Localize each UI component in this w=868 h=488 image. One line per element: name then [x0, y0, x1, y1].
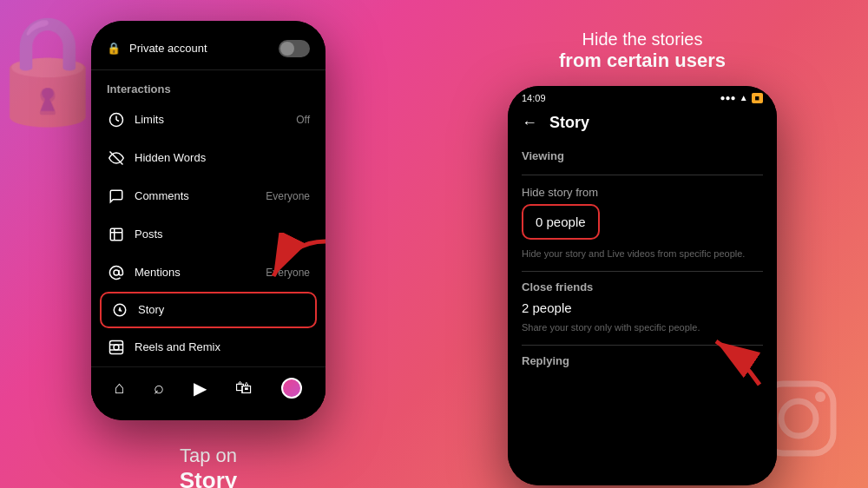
hide-divider: [522, 271, 763, 272]
signal-icon: ●●●: [720, 93, 736, 102]
svg-rect-7: [110, 228, 122, 241]
comments-left: Comments: [107, 187, 189, 206]
story-label: Story: [138, 303, 164, 316]
story-page-title: Story: [549, 114, 589, 132]
battery-icon: ■: [752, 93, 763, 103]
hidden-words-icon: [107, 148, 126, 168]
status-bar: 14:09 ●●● ▲ ■: [508, 86, 777, 107]
svg-point-14: [119, 309, 121, 311]
private-account-row: 🔒 Private account: [91, 31, 326, 66]
left-phone: 🔒 Private account Interactions: [91, 21, 326, 420]
comments-icon: [107, 187, 126, 206]
reels-label: Reels and Remix: [135, 340, 220, 353]
right-caption-line1: Hide the stories: [559, 30, 726, 49]
mentions-label: Mentions: [135, 266, 181, 279]
menu-row-reels[interactable]: Reels and Remix: [91, 328, 326, 366]
menu-row-hidden-words[interactable]: Hidden Words: [91, 139, 326, 177]
nav-shop-icon[interactable]: 🛍: [235, 378, 253, 398]
close-people-count[interactable]: 2 people: [522, 297, 763, 319]
interactions-section-title: Interactions: [91, 74, 326, 101]
reels-icon: [107, 338, 126, 357]
left-caption-line2: Story: [180, 467, 237, 489]
svg-point-16: [114, 345, 119, 350]
hidden-words-label: Hidden Words: [135, 151, 206, 164]
viewing-divider: [522, 175, 763, 175]
svg-point-10: [114, 270, 119, 275]
limits-value: Off: [296, 114, 310, 126]
posts-label: Posts: [135, 228, 163, 241]
story-page-header: ← Story: [508, 107, 777, 142]
arrow-right: [690, 324, 768, 397]
private-account-toggle[interactable]: [279, 40, 310, 57]
right-phone: 14:09 ●●● ▲ ■ ← Story Viewing Hide story…: [508, 86, 777, 485]
reels-left: Reels and Remix: [107, 338, 220, 357]
right-caption: Hide the stories from certain users: [559, 30, 726, 72]
menu-row-comments[interactable]: Comments Everyone: [91, 177, 326, 215]
hide-story-from-label: Hide story from: [522, 179, 763, 204]
status-time: 14:09: [522, 93, 546, 103]
story-settings-content: Viewing Hide story from 0 people Hide yo…: [508, 142, 777, 485]
limits-left: Limits: [107, 110, 164, 129]
private-account-left: 🔒 Private account: [107, 42, 207, 55]
menu-row-story[interactable]: Story: [102, 293, 315, 326]
limits-icon: [107, 110, 126, 129]
mentions-left: Mentions: [107, 263, 181, 282]
mentions-icon: [107, 263, 126, 282]
svg-line-5: [116, 120, 119, 122]
hide-people-container: 0 people: [522, 204, 763, 245]
hidden-words-left: Hidden Words: [107, 148, 206, 168]
nav-reels-icon[interactable]: ▶: [194, 378, 207, 399]
posts-icon: [107, 225, 126, 244]
menu-row-limits[interactable]: Limits Off: [91, 101, 326, 139]
close-friends-label: Close friends: [522, 275, 763, 297]
comments-value: Everyone: [266, 190, 310, 202]
svg-point-1: [781, 401, 816, 436]
left-caption-line1: Tap on: [180, 445, 237, 467]
right-caption-line2: from certain users: [559, 49, 726, 72]
viewing-label: Viewing: [522, 142, 763, 171]
bottom-nav: ⌂ ⌕ ▶ 🛍: [91, 366, 326, 409]
svg-point-2: [815, 392, 825, 402]
posts-left: Posts: [107, 225, 163, 244]
private-account-label: Private account: [129, 42, 207, 55]
svg-rect-15: [110, 340, 123, 353]
status-icons: ●●● ▲ ■: [720, 93, 763, 103]
hide-story-hint: Hide your story and Live videos from spe…: [522, 245, 763, 267]
wifi-icon: ▲: [740, 93, 748, 102]
hide-people-count: 0 people: [536, 214, 586, 229]
right-section: Hide the stories from certain users 14:0…: [508, 30, 777, 485]
arrow-left: [256, 233, 334, 297]
left-phone-screen: 🔒 Private account Interactions: [91, 21, 326, 420]
story-icon: [110, 300, 129, 320]
nav-home-icon[interactable]: ⌂: [115, 378, 125, 398]
story-left: Story: [110, 300, 164, 320]
divider-top: [91, 69, 326, 70]
nav-search-icon[interactable]: ⌕: [154, 378, 164, 398]
nav-profile-icon[interactable]: [281, 378, 302, 399]
limits-label: Limits: [135, 113, 164, 126]
right-phone-screen: 14:09 ●●● ▲ ■ ← Story Viewing Hide story…: [508, 86, 777, 485]
back-icon[interactable]: ←: [522, 114, 537, 132]
hide-people-box[interactable]: 0 people: [522, 204, 600, 240]
lock-icon: 🔒: [107, 42, 121, 55]
left-caption: Tap on Story: [180, 445, 237, 489]
comments-label: Comments: [135, 189, 189, 202]
